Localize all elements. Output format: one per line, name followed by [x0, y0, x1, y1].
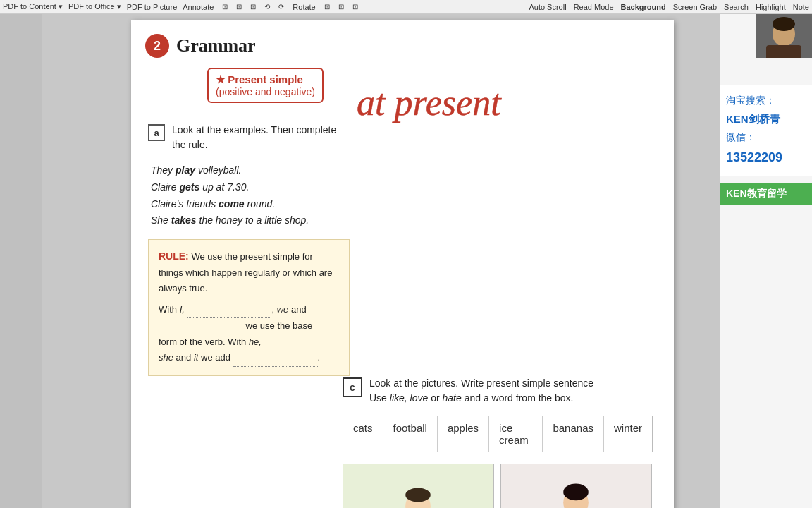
toolbar-screen-grab[interactable]: Screen Grab [673, 3, 717, 11]
taobao-phone: 13522209 [726, 146, 806, 169]
image-2 [500, 464, 652, 508]
toolbar-pdf-picture[interactable]: PDF to Picture [127, 3, 178, 11]
example-3-bold: come [219, 198, 245, 210]
example-1-bold: play [176, 164, 195, 176]
left-margin [0, 14, 42, 508]
part-a-text: Look at the examples. Then complete the … [172, 123, 350, 152]
word-winter: winter [604, 416, 652, 452]
toolbar-highlight[interactable]: Highlight [756, 3, 786, 11]
left-panel: 2 Grammar ★ Present simple (positive and… [145, 34, 350, 376]
svg-point-12 [405, 488, 431, 502]
word-box: cats football apples ice cream bananas w… [343, 416, 653, 452]
ken-edu-banner: KEN教育留学 [720, 183, 812, 205]
present-simple-sub: (positive and negative) [216, 86, 315, 97]
toolbar-icon-1[interactable]: ⊡ [219, 1, 230, 13]
taobao-title: 淘宝搜索： [726, 92, 806, 109]
example-4: She takes the honey to a little shop. [151, 212, 350, 229]
toolbar-rotate[interactable]: Rotate [293, 3, 315, 11]
image-2-svg [501, 464, 651, 508]
toolbar-background[interactable]: Background [621, 3, 666, 11]
section-header: 2 Grammar [145, 34, 350, 58]
present-simple-box: ★ Present simple (positive and negative) [207, 68, 324, 103]
avatar-box [756, 14, 812, 58]
example-3: Claire's friends come round. [151, 196, 350, 213]
toolbar-icon-5[interactable]: ⟳ [276, 1, 287, 13]
avatar-person [756, 14, 812, 58]
rule-box: RULE: We use the present simple for thin… [148, 239, 350, 375]
part-a-label: a [148, 124, 165, 141]
word-ice-cream: ice cream [489, 416, 543, 452]
rule-para-2: With I, , we and we use the base form of… [159, 302, 339, 366]
svg-point-56 [773, 17, 795, 31]
toolbar: PDF to Content ▾ PDF to Office ▾ PDF to … [0, 0, 812, 14]
page-content: at present 2 Grammar ★ Present simple (p… [131, 20, 674, 508]
part-a: a Look at the examples. Then complete th… [148, 123, 350, 152]
word-football: football [383, 416, 438, 452]
section-c-header: c Look at the pictures. Write present si… [343, 376, 653, 406]
present-simple-label: ★ Present simple [216, 73, 315, 86]
right-sidebar: 淘宝搜索： KEN剑桥青 微信： 13522209 KEN教育留学 [720, 14, 812, 508]
section-title: Grammar [176, 35, 256, 56]
image-1-svg [343, 464, 493, 508]
images-grid [343, 464, 653, 508]
example-2: Claire gets up at 7.30. [151, 179, 350, 196]
toolbar-read-mode[interactable]: Read Mode [574, 3, 614, 11]
page-wrapper: at present 2 Grammar ★ Present simple (p… [42, 14, 720, 508]
example-1: They play volleyball. [151, 162, 350, 179]
word-apples: apples [438, 416, 489, 452]
rule-blank-1 [187, 302, 271, 318]
rule-blank-2 [159, 318, 243, 334]
toolbar-auto-scroll[interactable]: Auto Scroll [529, 3, 566, 11]
toolbar-annotate[interactable]: Annotate [183, 3, 214, 11]
main-area: at present 2 Grammar ★ Present simple (p… [0, 14, 812, 508]
toolbar-pdf-office[interactable]: PDF to Office ▾ [68, 2, 121, 11]
toolbar-icon-8[interactable]: ⊡ [350, 1, 361, 13]
rule-label: RULE: [159, 250, 189, 262]
svg-point-24 [563, 483, 589, 500]
toolbar-icon-7[interactable]: ⊡ [336, 1, 347, 13]
svg-text:at present: at present [357, 83, 502, 123]
taobao-ad: 淘宝搜索： KEN剑桥青 微信： 13522209 [720, 85, 812, 176]
toolbar-search[interactable]: Search [724, 3, 749, 11]
taobao-wechat: 微信： [726, 128, 806, 146]
toolbar-note[interactable]: Note [793, 3, 809, 11]
svg-rect-55 [766, 45, 801, 58]
rule-para-1: RULE: We use the present simple for thin… [159, 248, 339, 296]
rule-blank-3 [233, 350, 318, 366]
section-c-label: c [343, 377, 362, 397]
examples-section: They play volleyball. Claire gets up at … [151, 162, 350, 229]
toolbar-icon-3[interactable]: ⊡ [247, 1, 259, 13]
toolbar-icon-2[interactable]: ⊡ [233, 1, 245, 13]
section-number: 2 [145, 34, 169, 58]
image-1 [343, 464, 494, 508]
toolbar-icon-6[interactable]: ⊡ [321, 1, 333, 13]
toolbar-pdf-content[interactable]: PDF to Content ▾ [3, 2, 63, 11]
example-2-bold: gets [179, 181, 199, 193]
right-panel: c Look at the pictures. Write present si… [328, 376, 653, 508]
taobao-name: KEN剑桥青 [726, 109, 806, 128]
handwriting-overlay: at present [350, 76, 625, 126]
word-cats: cats [343, 416, 383, 452]
example-4-bold: takes [171, 214, 197, 226]
word-bananas: bananas [543, 416, 604, 452]
toolbar-icon-4[interactable]: ⟲ [262, 1, 273, 13]
section-c-text: Look at the pictures. Write present simp… [369, 376, 593, 406]
